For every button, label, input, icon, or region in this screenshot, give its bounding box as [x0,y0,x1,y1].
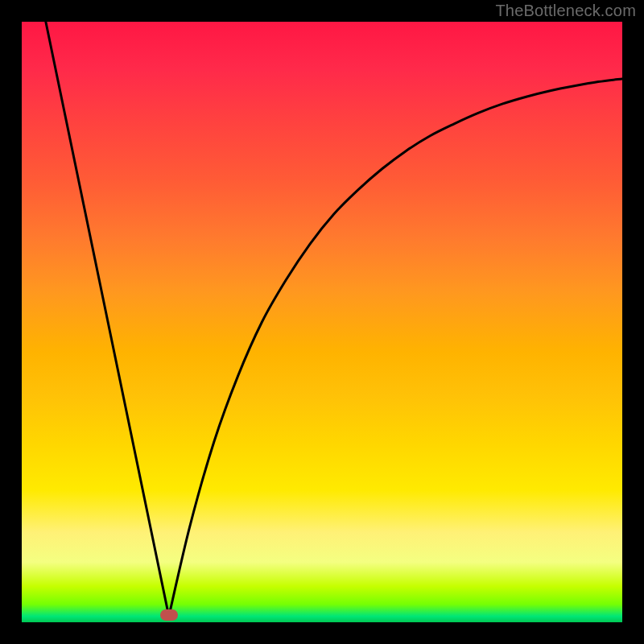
chart-svg [22,22,622,622]
chart-frame: TheBottleneck.com [0,0,644,644]
watermark-text: TheBottleneck.com [495,2,636,20]
vertex-marker [160,609,178,621]
bottleneck-curve [46,22,622,617]
plot-area [22,22,622,622]
